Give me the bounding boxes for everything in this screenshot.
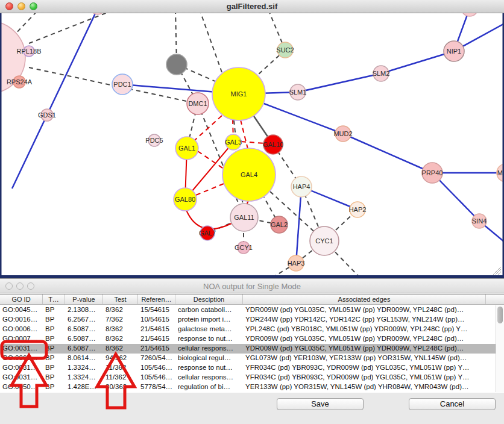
- cell-associated_edges: YER133W (pp) YOR315W, YNL145W (pd) YHR08…: [243, 382, 486, 392]
- node-CYC1[interactable]: CYC1: [310, 226, 339, 255]
- cell-test: 80/362: [103, 382, 138, 392]
- noa-output-window: NOA output for Single Mode GO IDT…P-valu…: [0, 278, 504, 424]
- node-label: GDS1: [38, 111, 56, 119]
- column-header-p_value[interactable]: P-value: [65, 295, 103, 304]
- cell-test: 8/362: [103, 334, 138, 344]
- resize-grip[interactable]: [496, 269, 501, 275]
- node-label: NIP1: [447, 48, 461, 55]
- node-DMC1[interactable]: DMC1: [187, 93, 209, 114]
- edge-red-dash[interactable]: [196, 184, 224, 195]
- node-HAP3[interactable]: HAP3: [288, 255, 305, 271]
- node-PDC5[interactable]: PDC5: [145, 134, 163, 146]
- table-row[interactable]: GO:0031…BP6.5087…8/36221/54615cellular r…: [0, 344, 504, 354]
- noa-window-titlebar[interactable]: NOA output for Single Mode: [0, 279, 504, 293]
- node-GAL80[interactable]: GAL80: [174, 188, 197, 211]
- node-GAL2[interactable]: GAL2: [271, 216, 288, 233]
- node-label: DMC1: [188, 100, 207, 107]
- scrollbar-thumb[interactable]: [497, 307, 503, 323]
- edge-red-dash[interactable]: [241, 142, 264, 143]
- column-header-description[interactable]: Desciption: [175, 295, 243, 304]
- column-header-reference[interactable]: Referen…: [138, 295, 175, 304]
- column-header-test[interactable]: Test: [103, 295, 138, 304]
- node-GCY1[interactable]: GCY1: [235, 242, 253, 254]
- cell-test: 8/362: [103, 344, 138, 354]
- node-HAP4[interactable]: HAP4: [291, 176, 312, 197]
- vertical-scrollbar[interactable]: [496, 305, 504, 392]
- cell-go_id: GO:0016…: [0, 315, 43, 325]
- node-GAL3[interactable]: GAL3: [225, 134, 242, 150]
- canvas-frame: [0, 13, 2, 278]
- node-label: GAL10: [263, 141, 283, 148]
- node-MUD2[interactable]: MUD2: [333, 126, 352, 142]
- cell-reference: 15/54615: [138, 305, 175, 315]
- edge-blue[interactable]: [12, 13, 98, 189]
- edge-red-dash[interactable]: [198, 151, 224, 169]
- table-row[interactable]: GO:0006…BP6.5087…8/36221/54615galactose …: [0, 325, 504, 334]
- go-results-table: GO IDT…P-valueTestReferen…DesciptionAsso…: [0, 294, 504, 393]
- node-GDS1[interactable]: GDS1: [38, 109, 56, 121]
- table-row[interactable]: GO:0007…BP6.5087…8/36221/54615response t…: [0, 334, 504, 344]
- node-SIN4[interactable]: SIN4: [472, 214, 487, 228]
- cell-description: response to nut…: [175, 363, 243, 373]
- node-label: HAP2: [349, 206, 367, 213]
- cell-description: regulation of bi…: [175, 382, 243, 392]
- table-body: GO:0045…BP2.1308…8/36215/54615carbon cat…: [0, 305, 504, 392]
- network-canvas[interactable]: RPL18BRPS24AGDS1PDC1MIG1DMC1SUC2SLM1SLM2…: [0, 13, 504, 278]
- network-window: galFiltered.sif RPL18BRPS24AGDS1PDC1MIG1…: [0, 0, 504, 278]
- cell-associated_edges: YDR009W (pd) YGL035C, YML051W (pp) YDR00…: [243, 344, 486, 354]
- node-label: SUC2: [276, 46, 294, 54]
- node-MIG1[interactable]: MIG1: [212, 67, 265, 120]
- node-label: HAP3: [288, 260, 305, 267]
- node-PRP40[interactable]: PRP40: [422, 163, 443, 183]
- cell-type: BP: [43, 334, 65, 344]
- node-GAL11[interactable]: GAL11: [230, 204, 258, 231]
- node-unlabeled[interactable]: [461, 13, 478, 16]
- edge-blue[interactable]: [381, 51, 454, 73]
- cell-p_value: 6.5087…: [65, 334, 103, 344]
- node-GAL10[interactable]: GAL10: [263, 135, 283, 154]
- table-row[interactable]: GO:0016…BP6.2567…7/36210/54615protein im…: [0, 315, 504, 325]
- node-label: GAL80: [175, 196, 195, 203]
- table-row[interactable]: GO:0050…BP1.428E…80/3625778/54…regulatio…: [0, 382, 504, 392]
- cell-type: BP: [43, 373, 65, 382]
- node-unlabeled[interactable]: [166, 54, 187, 75]
- table-row[interactable]: GO:0031…BP1.3324…11/362105/546…cellular …: [0, 373, 504, 382]
- edge-dash[interactable]: [29, 13, 115, 43]
- node-GAL7[interactable]: GAL7: [199, 226, 216, 240]
- cell-p_value: 2.1308…: [65, 305, 103, 315]
- node-HAP2[interactable]: HAP2: [349, 202, 367, 217]
- column-header-go_id[interactable]: GO ID: [0, 295, 43, 304]
- node-label: MIG1: [231, 90, 247, 98]
- table-row[interactable]: GO:0045…BP2.1308…8/36215/54615carbon cat…: [0, 305, 504, 315]
- network-window-titlebar[interactable]: galFiltered.sif: [0, 0, 504, 13]
- cancel-button[interactable]: Cancel: [409, 398, 496, 410]
- column-header-associated_edges[interactable]: Associated edges: [243, 295, 486, 304]
- cell-type: BP: [43, 315, 65, 325]
- edge-dash[interactable]: [200, 13, 222, 72]
- cell-description: cellular respons…: [175, 344, 243, 354]
- cell-description: carbon cataboli…: [175, 305, 243, 315]
- cell-reference: 7260/54…: [138, 354, 175, 363]
- cell-p_value: 1.428E…: [65, 382, 103, 392]
- node-SLM2[interactable]: SLM2: [373, 66, 390, 81]
- edge-blue[interactable]: [343, 134, 432, 173]
- cell-test: 11/362: [103, 363, 138, 373]
- node-label: CYC1: [315, 237, 333, 245]
- cell-reference: 105/546…: [138, 363, 175, 373]
- edge-blue[interactable]: [298, 73, 381, 92]
- cell-go_id: GO:0065…: [0, 354, 43, 363]
- node-NIP1[interactable]: NIP1: [444, 41, 464, 61]
- node-SLM1[interactable]: SLM1: [289, 84, 307, 100]
- cell-type: BP: [43, 344, 65, 354]
- table-row[interactable]: GO:0065…BP8.0614…94/3627260/54…biologica…: [0, 354, 504, 363]
- table-row[interactable]: GO:0031…BP1.3324…11/362105/546…response …: [0, 363, 504, 373]
- node-SUC2[interactable]: SUC2: [276, 42, 294, 58]
- column-header-type[interactable]: T…: [43, 295, 65, 304]
- save-button[interactable]: Save: [277, 398, 364, 410]
- edge-blue[interactable]: [296, 187, 301, 263]
- node-GAL1[interactable]: GAL1: [175, 137, 198, 160]
- node-GAL4[interactable]: GAL4: [222, 148, 276, 201]
- node-label: MUD2: [333, 130, 352, 137]
- cell-p_value: 1.3324…: [65, 373, 103, 382]
- node-PDC1[interactable]: PDC1: [112, 74, 133, 95]
